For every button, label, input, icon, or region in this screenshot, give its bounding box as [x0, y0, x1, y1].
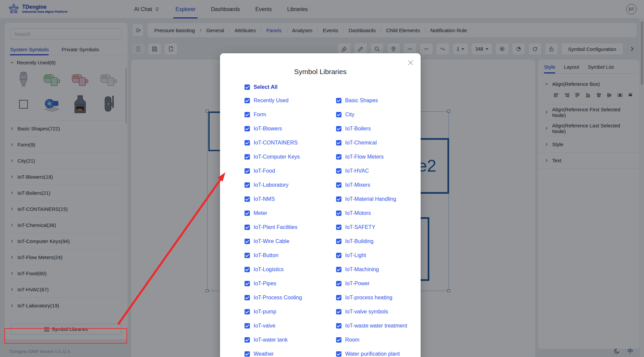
library-item-iot-machining[interactable]: IoT-Machining: [336, 266, 411, 273]
library-item-iot-chemical[interactable]: IoT-Chemical: [336, 140, 411, 146]
checkbox-checked-icon[interactable]: [336, 98, 341, 103]
library-item-iot-containers[interactable]: IoT-CONTAINERS: [245, 140, 336, 146]
checkbox-checked-icon[interactable]: [245, 253, 250, 258]
checkbox-checked-icon[interactable]: [245, 225, 250, 230]
checkbox-checked-icon[interactable]: [245, 126, 250, 131]
checkbox-checked-icon[interactable]: [336, 126, 341, 131]
library-grid: Recently UsedBasic ShapesFormCityIoT-Blo…: [245, 94, 411, 357]
close-icon[interactable]: [407, 59, 414, 66]
library-item-iot-nms[interactable]: IoT-NMS: [245, 196, 336, 202]
checkbox-checked-icon[interactable]: [336, 281, 341, 286]
checkbox-checked-icon[interactable]: [245, 196, 250, 202]
library-item-iot-blowers[interactable]: IoT-Blowers: [245, 126, 336, 132]
library-item-iot-mixers[interactable]: IoT-Mixers: [336, 182, 411, 188]
library-item-iot-motors[interactable]: IoT-Motors: [336, 210, 411, 216]
checkbox-checked-icon[interactable]: [336, 140, 341, 145]
checkbox-checked-icon[interactable]: [336, 154, 341, 160]
symbol-libraries-modal: Symbol Libraries Select All Recently Use…: [220, 53, 421, 357]
checkbox-checked-icon[interactable]: [245, 84, 250, 90]
library-item-meter[interactable]: Meter: [245, 210, 336, 216]
checkbox-checked-icon[interactable]: [336, 112, 341, 117]
library-item-room[interactable]: Room: [336, 337, 411, 343]
library-item-iot-safety[interactable]: IoT-SAFETY: [336, 224, 411, 230]
library-item-iot-food[interactable]: IoT-Food: [245, 168, 336, 174]
library-item-basic-shapes[interactable]: Basic Shapes: [336, 98, 411, 104]
checkbox-checked-icon[interactable]: [245, 182, 250, 188]
checkbox-checked-icon[interactable]: [245, 267, 250, 272]
library-item-iot-water-tank[interactable]: IoT-water tank: [245, 337, 336, 343]
library-item-iot-pump[interactable]: IoT-pump: [245, 309, 336, 315]
checkbox-checked-icon[interactable]: [245, 140, 250, 145]
library-item-form[interactable]: Form: [245, 112, 336, 118]
library-item-iot-process-cooling[interactable]: IoT-Process Cooling: [245, 295, 336, 301]
library-item-iot-material-handling[interactable]: IoT-Material Handling: [336, 196, 411, 202]
library-item-iot-flow-meters[interactable]: IoT-Flow Meters: [336, 154, 411, 160]
checkbox-checked-icon[interactable]: [336, 182, 341, 188]
library-item-iot-wire-cable[interactable]: IoT-Wire Cable: [245, 238, 336, 244]
checkbox-checked-icon[interactable]: [336, 351, 341, 357]
checkbox-checked-icon[interactable]: [245, 281, 250, 286]
library-item-iot-waste-water-treatment[interactable]: IoT-waste water treatment: [336, 323, 411, 329]
library-item-iot-pipes[interactable]: IoT-Pipes: [245, 281, 336, 287]
library-item-iot-light[interactable]: IoT-Light: [336, 252, 411, 258]
library-item-iot-plant-facilities[interactable]: IoT-Plant Facilities: [245, 224, 336, 230]
library-item-iot-laboratory[interactable]: IoT-Laboratory: [245, 182, 336, 188]
library-item-water-purification-plant[interactable]: Water purification plant: [336, 351, 411, 357]
select-all-row[interactable]: Select All: [245, 84, 277, 90]
library-item-iot-computer-keys[interactable]: IoT-Computer Keys: [245, 154, 336, 160]
library-item-weather[interactable]: Weather: [245, 351, 336, 357]
checkbox-checked-icon[interactable]: [245, 168, 250, 174]
library-item-iot-boilers[interactable]: IoT-Boilers: [336, 126, 411, 132]
checkbox-checked-icon[interactable]: [336, 196, 341, 202]
checkbox-checked-icon[interactable]: [336, 337, 341, 343]
library-item-iot-process-heating[interactable]: IoT-process heating: [336, 295, 411, 301]
library-item-recently-used[interactable]: Recently Used: [245, 98, 336, 104]
checkbox-checked-icon[interactable]: [245, 98, 250, 103]
checkbox-checked-icon[interactable]: [245, 112, 250, 117]
checkbox-checked-icon[interactable]: [336, 239, 341, 244]
checkbox-checked-icon[interactable]: [245, 154, 250, 160]
library-item-iot-valve-symbols[interactable]: IoT-valve symbols: [336, 309, 411, 315]
library-item-iot-logistics[interactable]: IoT-Logistics: [245, 266, 336, 273]
modal-title: Symbol Libraries: [220, 68, 421, 76]
checkbox-checked-icon[interactable]: [245, 351, 250, 357]
library-item-iot-building[interactable]: IoT-Building: [336, 238, 411, 244]
checkbox-checked-icon[interactable]: [245, 239, 250, 244]
checkbox-checked-icon[interactable]: [245, 323, 250, 329]
library-item-iot-button[interactable]: IoT-Button: [245, 252, 336, 258]
checkbox-checked-icon[interactable]: [245, 309, 250, 314]
library-item-iot-hvac[interactable]: IoT-HVAC: [336, 168, 411, 174]
checkbox-checked-icon[interactable]: [245, 211, 250, 216]
checkbox-checked-icon[interactable]: [336, 267, 341, 272]
library-item-iot-valve[interactable]: IoT-valve: [245, 323, 336, 329]
checkbox-checked-icon[interactable]: [336, 253, 341, 258]
checkbox-checked-icon[interactable]: [336, 225, 341, 230]
checkbox-checked-icon[interactable]: [245, 295, 250, 300]
checkbox-checked-icon[interactable]: [336, 211, 341, 216]
checkbox-checked-icon[interactable]: [336, 323, 341, 329]
library-item-city[interactable]: City: [336, 112, 411, 118]
library-item-iot-power[interactable]: IoT-Power: [336, 281, 411, 287]
checkbox-checked-icon[interactable]: [245, 337, 250, 343]
checkbox-checked-icon[interactable]: [336, 295, 341, 300]
checkbox-checked-icon[interactable]: [336, 309, 341, 314]
checkbox-checked-icon[interactable]: [336, 168, 341, 174]
